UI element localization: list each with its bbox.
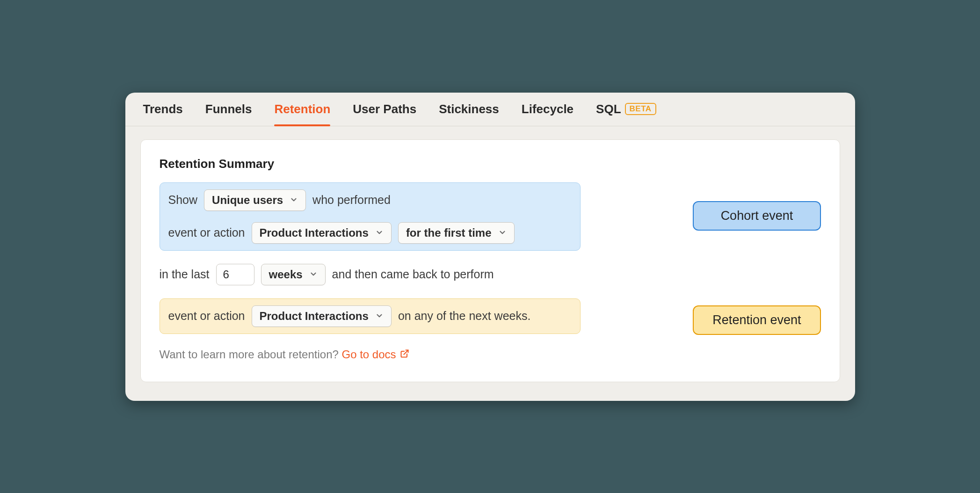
cohort-condition-select-label: for the first time: [406, 226, 492, 239]
retention-summary-card: Retention Summary Show Unique users who …: [140, 139, 840, 382]
chevron-down-icon: [290, 194, 298, 207]
unique-users-select[interactable]: Unique users: [204, 189, 306, 211]
text-event-or-action-1: event or action: [168, 226, 245, 239]
card-title: Retention Summary: [160, 157, 821, 171]
legend-column: Cohort event Retention event: [693, 182, 820, 335]
chevron-down-icon: [498, 226, 507, 239]
cohort-event-box: Show Unique users who performed event or…: [160, 182, 581, 251]
svg-line-0: [404, 350, 408, 354]
cohort-condition-select[interactable]: for the first time: [398, 222, 515, 244]
chevron-down-icon: [309, 268, 318, 281]
summary-layout: Show Unique users who performed event or…: [160, 182, 821, 361]
go-to-docs-link[interactable]: Go to docs: [342, 348, 409, 361]
retention-event-select-label: Product Interactions: [260, 310, 369, 323]
text-and-then: and then came back to perform: [332, 268, 494, 281]
summary-sentence-column: Show Unique users who performed event or…: [160, 182, 581, 361]
chevron-down-icon: [375, 226, 384, 239]
chevron-down-icon: [375, 310, 384, 323]
retention-event-select[interactable]: Product Interactions: [252, 305, 392, 327]
docs-prompt-text: Want to learn more about retention?: [160, 348, 342, 361]
tab-retention[interactable]: Retention: [274, 102, 330, 126]
external-link-icon: [400, 348, 409, 361]
tab-lifecycle[interactable]: Lifecycle: [522, 102, 573, 126]
cohort-event-select[interactable]: Product Interactions: [252, 222, 392, 244]
tab-user-paths[interactable]: User Paths: [353, 102, 416, 126]
legend-cohort-event: Cohort event: [693, 201, 820, 231]
legend-retention-event: Retention event: [693, 305, 820, 335]
beta-badge: BETA: [625, 103, 656, 115]
docs-prompt-row: Want to learn more about retention? Go t…: [160, 348, 581, 361]
text-in-the-last: in the last: [160, 268, 210, 281]
tab-funnels[interactable]: Funnels: [205, 102, 252, 126]
text-event-or-action-2: event or action: [168, 309, 245, 323]
period-count-input[interactable]: [216, 264, 254, 285]
analytics-widget-window: Trends Funnels Retention User Paths Stic…: [125, 93, 855, 401]
tab-trends[interactable]: Trends: [143, 102, 183, 126]
retention-event-box: event or action Product Interactions on …: [160, 298, 581, 334]
docs-link-label: Go to docs: [342, 348, 396, 361]
text-on-any-next: on any of the next weeks.: [398, 309, 531, 323]
tab-stickiness[interactable]: Stickiness: [439, 102, 499, 126]
period-unit-select-label: weeks: [269, 268, 303, 281]
tab-sql[interactable]: SQL BETA: [596, 102, 656, 126]
insight-type-tabs: Trends Funnels Retention User Paths Stic…: [125, 93, 855, 126]
unique-users-select-label: Unique users: [212, 194, 283, 207]
period-row: in the last weeks and then came back to …: [160, 257, 581, 292]
content-area: Retention Summary Show Unique users who …: [125, 126, 855, 401]
tab-sql-label: SQL: [596, 102, 621, 116]
cohort-event-select-label: Product Interactions: [260, 226, 369, 239]
text-who-performed: who performed: [312, 193, 391, 207]
text-show: Show: [168, 193, 198, 207]
period-unit-select[interactable]: weeks: [261, 264, 326, 285]
